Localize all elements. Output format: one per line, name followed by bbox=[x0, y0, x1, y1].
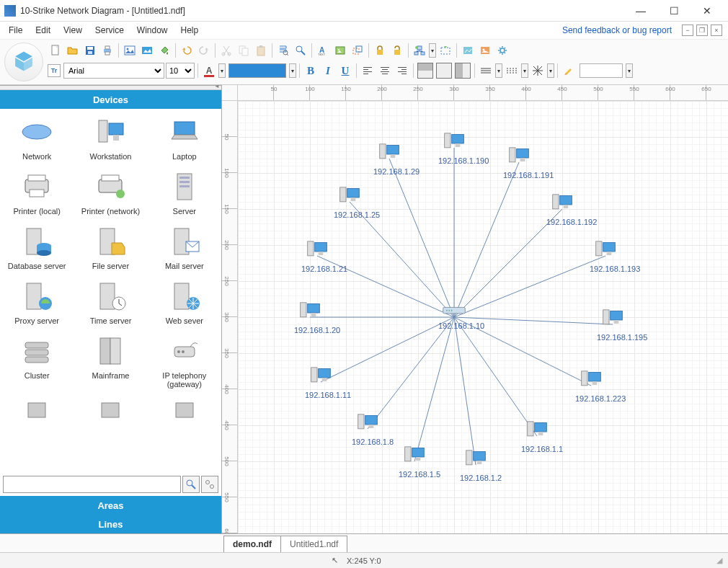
border-outer-button[interactable] bbox=[436, 63, 452, 79]
highlight-preview[interactable] bbox=[580, 63, 623, 78]
bold-button[interactable]: B bbox=[303, 63, 319, 79]
device-item[interactable]: IP telephony (gateway) bbox=[152, 332, 217, 390]
device-item[interactable]: Server bbox=[152, 168, 217, 217]
export-svg-button[interactable] bbox=[477, 43, 493, 58]
network-node[interactable]: 192.168.1.1 bbox=[521, 420, 553, 453]
network-node[interactable]: 192.168.1.192 bbox=[546, 192, 578, 226]
line-dashed-button[interactable] bbox=[504, 63, 520, 79]
underline-button[interactable]: U bbox=[337, 63, 353, 79]
network-node[interactable]: 192.168.1.8 bbox=[352, 412, 383, 446]
menu-window[interactable]: Window bbox=[131, 23, 174, 37]
device-item[interactable] bbox=[4, 396, 69, 436]
settings-button[interactable] bbox=[494, 43, 510, 58]
device-item[interactable]: Printer (local) bbox=[4, 168, 69, 217]
device-item[interactable]: Printer (network) bbox=[78, 168, 143, 217]
network-node[interactable]: 192.168.1.2 bbox=[460, 448, 492, 482]
tab-untitled[interactable]: Untitled1.ndf bbox=[280, 536, 347, 552]
find-button[interactable] bbox=[275, 43, 291, 58]
device-item[interactable]: Mail server bbox=[152, 223, 217, 272]
network-node[interactable]: 192.168.1.190 bbox=[438, 131, 470, 165]
pattern-button[interactable] bbox=[530, 63, 546, 79]
device-item[interactable]: Workstation bbox=[78, 113, 143, 162]
fill-color-button[interactable] bbox=[228, 63, 286, 78]
font-select[interactable]: Arial bbox=[63, 63, 164, 79]
network-node[interactable]: 192.168.1.193 bbox=[590, 239, 621, 273]
device-item[interactable]: Mainframe bbox=[78, 332, 143, 390]
border-all-button[interactable] bbox=[417, 63, 433, 79]
undo-button[interactable] bbox=[179, 43, 195, 58]
paste-button[interactable] bbox=[253, 43, 269, 58]
line-solid-dropdown[interactable]: ▾ bbox=[495, 63, 502, 78]
canvas[interactable]: 192.168.1.190192.168.1.29192.168.1.19119… bbox=[238, 101, 728, 533]
cut-button[interactable] bbox=[218, 43, 234, 58]
align-right-button[interactable] bbox=[394, 63, 410, 79]
text-tool-button[interactable]: ATEXT bbox=[315, 43, 331, 58]
line-dashed-dropdown[interactable]: ▾ bbox=[521, 63, 528, 78]
network-node[interactable]: 192.168.1.21 bbox=[301, 239, 333, 273]
open-button[interactable] bbox=[65, 43, 81, 58]
italic-button[interactable]: I bbox=[320, 63, 336, 79]
highlight-dropdown[interactable]: ▾ bbox=[626, 63, 633, 78]
pattern-dropdown[interactable]: ▾ bbox=[547, 63, 554, 78]
save-button[interactable] bbox=[82, 43, 98, 58]
menu-help[interactable]: Help bbox=[175, 23, 205, 37]
minimize-button[interactable]: — bbox=[624, 0, 657, 22]
highlight-button[interactable] bbox=[561, 63, 577, 79]
device-item[interactable]: File server bbox=[78, 223, 143, 272]
mdi-restore-button[interactable]: ❐ bbox=[696, 25, 708, 36]
copy-button[interactable] bbox=[236, 43, 252, 58]
close-button[interactable]: ✕ bbox=[691, 0, 724, 22]
tab-demo[interactable]: demo.ndf bbox=[223, 536, 281, 552]
insert-picture-button[interactable] bbox=[139, 43, 155, 58]
print-button[interactable] bbox=[99, 43, 115, 58]
menu-service[interactable]: Service bbox=[89, 23, 130, 37]
network-node[interactable]: 192.168.1.5 bbox=[399, 445, 430, 479]
network-node[interactable]: 192.168.1.29 bbox=[373, 142, 405, 176]
insert-image-button[interactable] bbox=[122, 43, 138, 58]
align-center-button[interactable] bbox=[377, 63, 393, 79]
menu-view[interactable]: View bbox=[58, 23, 88, 37]
device-item[interactable]: Cluster bbox=[4, 332, 69, 390]
export-image-button[interactable] bbox=[460, 43, 476, 58]
fill-tool-button[interactable] bbox=[156, 43, 172, 58]
image-frame-button[interactable] bbox=[332, 43, 348, 58]
device-item[interactable]: Laptop bbox=[152, 113, 217, 162]
resize-grip[interactable]: ◢ bbox=[716, 556, 722, 565]
device-item[interactable]: Database server bbox=[4, 223, 69, 272]
scan-network-button[interactable] bbox=[412, 43, 427, 58]
device-search-button[interactable] bbox=[182, 476, 200, 493]
find-replace-button[interactable] bbox=[293, 43, 308, 58]
device-search-input[interactable] bbox=[3, 476, 181, 493]
device-item[interactable]: Network bbox=[4, 113, 69, 162]
menu-edit[interactable]: Edit bbox=[30, 23, 56, 37]
areas-panel-header[interactable]: Areas bbox=[0, 496, 221, 515]
font-color-button[interactable]: A bbox=[201, 63, 217, 79]
mdi-close-button[interactable]: × bbox=[711, 25, 722, 36]
lines-panel-header[interactable]: Lines bbox=[0, 515, 221, 533]
network-node[interactable]: 192.168.1.223 bbox=[575, 369, 607, 403]
device-item[interactable]: Web sever bbox=[152, 278, 217, 327]
device-item[interactable]: Time server bbox=[78, 278, 143, 327]
network-node[interactable]: 192.168.1.191 bbox=[503, 146, 535, 179]
mdi-minimize-button[interactable]: − bbox=[682, 25, 693, 36]
device-item[interactable]: Proxy server bbox=[4, 278, 69, 327]
align-left-button[interactable] bbox=[360, 63, 376, 79]
border-none-button[interactable] bbox=[455, 63, 471, 79]
line-solid-button[interactable] bbox=[478, 63, 494, 79]
app-logo[interactable] bbox=[4, 43, 43, 81]
menu-file[interactable]: File bbox=[3, 23, 28, 37]
unlock-button[interactable] bbox=[389, 43, 405, 58]
devices-panel-header[interactable]: Devices bbox=[0, 90, 221, 109]
maximize-button[interactable]: ☐ bbox=[657, 0, 691, 22]
network-node[interactable]: 192.168.1.25 bbox=[334, 185, 365, 219]
redo-button[interactable] bbox=[196, 43, 212, 58]
shape-tool-button[interactable] bbox=[350, 43, 365, 58]
font-color-dropdown[interactable]: ▾ bbox=[218, 63, 226, 78]
network-node[interactable]: 192.168.1.195 bbox=[597, 308, 629, 342]
device-item[interactable] bbox=[78, 396, 143, 436]
sidebar-collapse-handle[interactable] bbox=[0, 86, 221, 90]
fill-color-dropdown[interactable]: ▾ bbox=[289, 63, 296, 78]
new-button[interactable] bbox=[48, 43, 63, 58]
refresh-button[interactable] bbox=[438, 43, 453, 58]
scan-dropdown[interactable]: ▾ bbox=[429, 43, 436, 58]
